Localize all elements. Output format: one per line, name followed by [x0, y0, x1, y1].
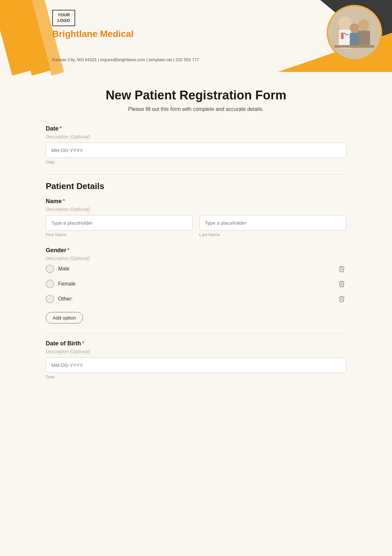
radio-male-label: Male [58, 266, 70, 272]
add-option-button[interactable]: Add option [46, 312, 83, 323]
dob-note: Date [46, 374, 346, 379]
name-label: Name* [46, 198, 346, 205]
first-name-input[interactable] [46, 215, 193, 231]
date-label: Date* [46, 125, 346, 132]
gender-required-star: * [67, 247, 70, 253]
first-name-col: First Name [46, 215, 193, 237]
dob-input[interactable] [46, 357, 346, 373]
last-name-col: Last Name [199, 215, 346, 237]
date-field-group: Date* Description (Optional) Date [46, 125, 346, 165]
date-description: Description (Optional) [46, 134, 346, 139]
dob-field-group: Date of Birth* Description (Optional) Da… [46, 340, 346, 379]
logo-area: YOUR LOGO Brightlane Medical [52, 10, 134, 39]
date-note: Date [46, 160, 346, 165]
delete-other-icon[interactable] [337, 294, 346, 304]
header: YOUR LOGO Brightlane Medical Kansas City… [0, 0, 392, 75]
dob-required-star: * [82, 340, 84, 347]
header-right-decoration [278, 0, 392, 72]
name-two-col: First Name Last Name [46, 215, 346, 237]
radio-other[interactable] [46, 295, 54, 303]
name-description: Description (Optional) [46, 207, 346, 212]
form-title: New Patient Registration Form [46, 88, 346, 102]
header-photo [327, 5, 382, 61]
dob-description: Description (Optional) [46, 349, 346, 354]
gender-option-male: Male [46, 264, 346, 273]
dob-label: Date of Birth* [46, 340, 346, 347]
logo-box: YOUR LOGO [52, 10, 75, 26]
company-name: Brightlane Medical [52, 29, 134, 39]
section-divider-2 [46, 333, 346, 334]
gender-option-other: Other: [46, 294, 346, 304]
section-divider-1 [46, 174, 346, 175]
last-name-note: Last Name [199, 232, 346, 237]
last-name-input[interactable] [199, 215, 346, 231]
radio-male[interactable] [46, 265, 54, 273]
gender-label: Gender* [46, 247, 346, 254]
page: YOUR LOGO Brightlane Medical Kansas City… [0, 0, 392, 556]
name-required-star: * [63, 198, 65, 204]
name-field-group: Name* Description (Optional) First Name … [46, 198, 346, 237]
delete-female-icon[interactable] [337, 279, 346, 288]
form-subtitle: Please fill out this form with complete … [46, 106, 346, 112]
radio-other-label: Other: [58, 296, 73, 302]
svg-rect-10 [328, 6, 381, 59]
main-content: New Patient Registration Form Please fil… [0, 75, 392, 409]
gender-field-group: Gender* Description (Optional) Male [46, 247, 346, 323]
gender-description: Description (Optional) [46, 256, 346, 261]
patient-details-heading: Patient Details [46, 181, 346, 191]
date-required-star: * [59, 125, 62, 132]
contact-info: Kansas City, MO 64101 | inquire@brightla… [52, 57, 199, 62]
radio-female[interactable] [46, 280, 54, 288]
date-input[interactable] [46, 143, 346, 158]
radio-female-label: Female [58, 281, 75, 287]
gender-option-female: Female [46, 279, 346, 288]
add-option-label: Add option [53, 315, 76, 321]
first-name-note: First Name [46, 232, 193, 237]
delete-male-icon[interactable] [337, 264, 346, 273]
